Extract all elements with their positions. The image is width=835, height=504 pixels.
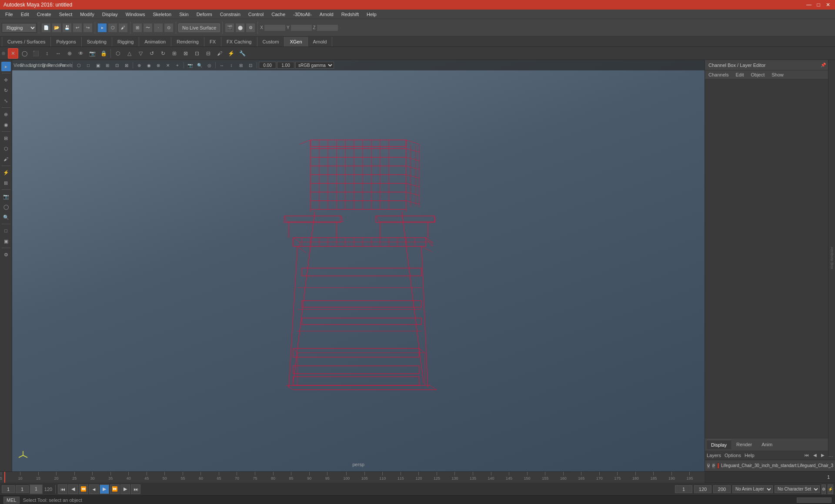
xgen-icon-7[interactable]: 👁: [76, 48, 86, 59]
vp-icon-11[interactable]: +: [173, 61, 182, 69]
xgen-icon-17[interactable]: ⊡: [192, 48, 202, 59]
menu-skin[interactable]: Skin: [176, 10, 192, 19]
xgen-icon-18[interactable]: ⊟: [203, 48, 214, 59]
xgen-icon-15[interactable]: ⊞: [169, 48, 180, 59]
vp-value1[interactable]: [259, 62, 276, 69]
xgen-icon-5[interactable]: ↔: [53, 48, 63, 59]
btab-render[interactable]: Render: [732, 440, 756, 449]
show-manip[interactable]: ⊞: [1, 133, 11, 143]
xgen-icon-8[interactable]: 📷: [87, 48, 97, 59]
anim-end-input[interactable]: [694, 485, 711, 493]
new-scene-btn[interactable]: 📄: [41, 23, 51, 33]
goto-start-btn[interactable]: ⏮: [58, 484, 67, 494]
cb-tab-show[interactable]: Show: [770, 71, 785, 78]
xgen-icon-16[interactable]: ⊠: [180, 48, 191, 59]
orbit-camera[interactable]: ◯: [1, 202, 11, 212]
vp-icon-15[interactable]: ↔: [217, 61, 226, 69]
tab-polygons[interactable]: Polygons: [51, 37, 81, 46]
lasso-select-btn[interactable]: ⬡: [108, 23, 117, 33]
char-set-dropdown[interactable]: No Character Set: [775, 485, 820, 493]
play-back-btn[interactable]: ◄: [89, 484, 99, 494]
menu-arnold[interactable]: Arnold: [316, 10, 337, 19]
close-btn[interactable]: ✕: [825, 1, 832, 8]
menu-deform[interactable]: Deform: [193, 10, 216, 19]
tab-arnold[interactable]: Arnold: [308, 37, 333, 46]
layer-color-swatch[interactable]: [717, 463, 719, 469]
frame-start-input[interactable]: [2, 485, 15, 493]
xgen-icon-6[interactable]: ⊕: [64, 48, 75, 59]
vp-icon-3[interactable]: ▣: [94, 61, 102, 69]
xgen-icon-20[interactable]: ⚡: [226, 48, 236, 59]
tab-rendering[interactable]: Rendering: [171, 37, 204, 46]
x-coord-input[interactable]: [264, 24, 286, 31]
menu-windows[interactable]: Windows: [122, 10, 149, 19]
xgen-icon-14[interactable]: ↻: [158, 48, 168, 59]
workspace-dropdown[interactable]: Rigging: [2, 23, 37, 33]
pb-settings-icon[interactable]: ⚡: [828, 484, 833, 494]
vp-icon-10[interactable]: ✕: [164, 61, 172, 69]
tab-custom[interactable]: Custom: [257, 37, 285, 46]
move-tool[interactable]: ✛: [1, 75, 11, 85]
vp-value2[interactable]: [277, 62, 294, 69]
menu-display[interactable]: Display: [99, 10, 121, 19]
menu-cache[interactable]: Cache: [268, 10, 289, 19]
zoom-camera[interactable]: 🔍: [1, 212, 11, 222]
xgen-icon-9[interactable]: 🔒: [98, 48, 109, 59]
layers-nav-next[interactable]: ▶: [821, 453, 825, 458]
vp-panels-menu[interactable]: Panels: [62, 61, 70, 69]
display-layer[interactable]: □: [1, 226, 11, 235]
y-coord-input[interactable]: [291, 24, 312, 31]
snap-point-btn[interactable]: ·: [154, 23, 163, 33]
xgen-icon-3[interactable]: ⬛: [30, 48, 41, 59]
menu-edit[interactable]: Edit: [17, 10, 33, 19]
render-settings-btn[interactable]: ⚙: [246, 23, 255, 33]
menu-constrain[interactable]: Constrain: [217, 10, 244, 19]
prev-frame-btn[interactable]: ◀: [68, 484, 78, 494]
xgen-icon-21[interactable]: 🔧: [237, 48, 247, 59]
layers-nav-first[interactable]: ⏮: [805, 453, 809, 458]
xgen-icon-10[interactable]: ⬡: [113, 48, 123, 59]
ipr-render-btn[interactable]: ⬤: [235, 23, 245, 33]
layers-menu[interactable]: Layers: [707, 453, 721, 458]
select-tool[interactable]: ▸: [1, 62, 11, 71]
z-coord-input[interactable]: [317, 24, 338, 31]
menu-control[interactable]: Control: [245, 10, 267, 19]
maximize-btn[interactable]: □: [815, 1, 822, 8]
layer-name[interactable]: Lifeguard_Chair_30_inch_mb_standart:Life…: [721, 463, 833, 468]
channel-box-pin-icon[interactable]: 📌: [821, 63, 826, 67]
tab-sculpting[interactable]: Sculpting: [82, 37, 112, 46]
select-mode-btn[interactable]: ▸: [97, 23, 107, 33]
xgen-icon-11[interactable]: △: [124, 48, 134, 59]
options-menu[interactable]: Options: [725, 453, 741, 458]
snap-icon[interactable]: ⚡: [1, 168, 11, 177]
tab-fx-caching[interactable]: FX Caching: [221, 37, 257, 46]
vp-icon-16[interactable]: ↕: [227, 61, 236, 69]
vp-icon-7[interactable]: ⊕: [135, 61, 144, 69]
layer-visibility-btn[interactable]: V: [707, 463, 710, 469]
cb-tab-channels[interactable]: Channels: [707, 71, 730, 78]
vp-icon-9[interactable]: ⊗: [154, 61, 163, 69]
menu-file[interactable]: File: [2, 10, 17, 19]
vp-icon-13[interactable]: 🔍: [195, 61, 204, 69]
xgen-icon-2[interactable]: ◯: [19, 48, 30, 59]
current-frame-input[interactable]: [16, 485, 29, 493]
next-key-btn[interactable]: ⏩: [110, 484, 120, 494]
open-scene-btn[interactable]: 📂: [52, 23, 61, 33]
undo-btn[interactable]: ↩: [73, 23, 82, 33]
tab-curves-surfaces[interactable]: Curves / Surfaces: [2, 37, 51, 46]
next-frame-btn[interactable]: ▶: [120, 484, 130, 494]
save-scene-btn[interactable]: 💾: [62, 23, 72, 33]
btab-anim[interactable]: Anim: [757, 440, 777, 449]
universal-manip[interactable]: ⊕: [1, 109, 11, 119]
xgen-icon-1[interactable]: ✕: [8, 48, 18, 59]
snap-surface-btn[interactable]: ⊙: [164, 23, 174, 33]
paint-tool[interactable]: 🖌: [1, 154, 11, 164]
help-menu[interactable]: Help: [745, 453, 755, 458]
grid-icon[interactable]: ⊞: [1, 178, 11, 188]
play-forward-btn[interactable]: ▶: [100, 484, 109, 494]
vp-icon-17[interactable]: ⊞: [237, 61, 245, 69]
goto-end-btn[interactable]: ⏭: [131, 484, 140, 494]
tab-rigging[interactable]: Rigging: [112, 37, 139, 46]
menu-help[interactable]: Help: [363, 10, 380, 19]
vp-lighting-menu[interactable]: Lighting: [33, 61, 42, 69]
